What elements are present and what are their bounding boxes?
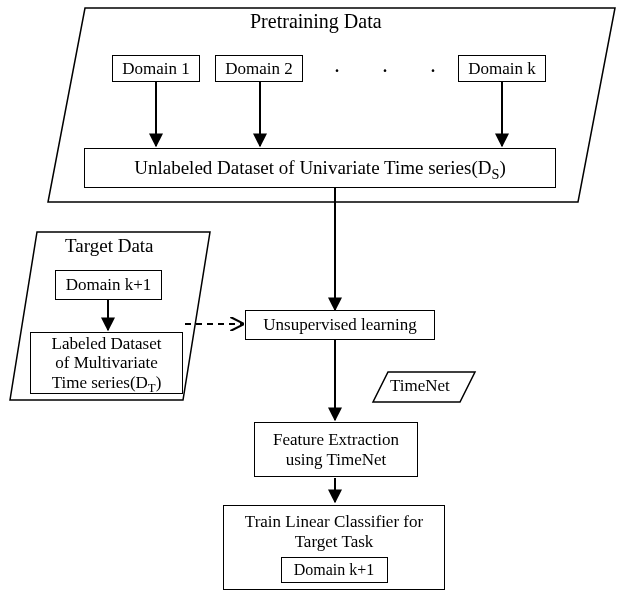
labeled-l1: Labeled Dataset	[52, 334, 162, 353]
domain-ellipsis: ...	[335, 58, 435, 76]
target-title: Target Data	[65, 235, 154, 257]
unsupervised-learning: Unsupervised learning	[245, 310, 435, 340]
target-domain: Domain k+1	[55, 270, 162, 300]
feature-l1: Feature Extraction	[273, 430, 399, 449]
labeled-dataset: Labeled Dataset of Multivariate Time ser…	[30, 332, 183, 394]
labeled-l2: of Multivariate	[55, 353, 157, 372]
domain-k: Domain k	[458, 55, 546, 82]
unlabeled-dataset: Unlabeled Dataset of Univariate Time ser…	[84, 148, 556, 188]
labeled-sub: T	[148, 381, 156, 395]
train-l2: Target Task	[295, 532, 374, 551]
train-domain: Domain k+1	[281, 557, 388, 583]
labeled-close: )	[156, 373, 162, 392]
timenet-label: TimeNet	[390, 376, 450, 396]
pretraining-title: Pretraining Data	[250, 10, 382, 33]
feature-l2: using TimeNet	[286, 450, 387, 469]
unlabeled-close: )	[499, 157, 505, 178]
train-classifier: Train Linear Classifier for Target Task …	[223, 505, 445, 590]
domain-2: Domain 2	[215, 55, 303, 82]
train-l1: Train Linear Classifier for	[245, 512, 423, 531]
domain-1: Domain 1	[112, 55, 200, 82]
labeled-l3: Time series(D	[52, 373, 148, 392]
unlabeled-text: Unlabeled Dataset of Univariate Time ser…	[134, 157, 491, 178]
feature-extraction: Feature Extraction using TimeNet	[254, 422, 418, 477]
